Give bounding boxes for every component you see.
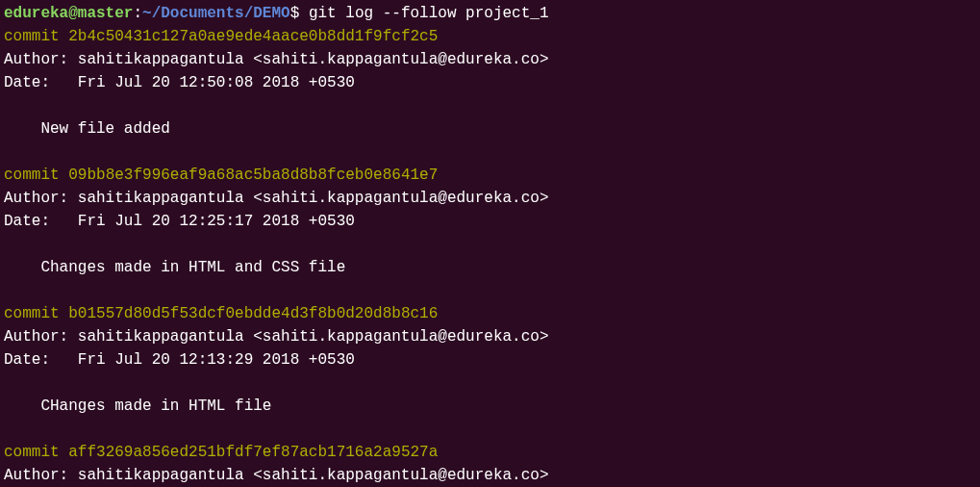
commit-label: commit [4, 167, 68, 184]
commit-hash: 09bb8e3f996eaf9a68ac5ba8d8b8fceb0e8641e7 [68, 167, 438, 184]
author-line: Author: sahitikappagantula <sahiti.kappa… [4, 464, 976, 487]
commit-hash: aff3269a856ed251bfdf7ef87acb1716a2a9527a [68, 444, 438, 461]
commit-message: Changes made in HTML and CSS file [4, 256, 976, 279]
commit-label: commit [4, 28, 68, 45]
blank-line [4, 372, 976, 395]
commit-label: commit [4, 444, 68, 461]
date-line: Date: Fri Jul 20 12:50:08 2018 +0530 [4, 71, 976, 94]
commit-line: commit b01557d80d5f53dcf0ebdde4d3f8b0d20… [4, 302, 976, 325]
prompt-user-host: edureka@master [4, 5, 133, 22]
blank-line [4, 279, 976, 302]
author-line: Author: sahitikappagantula <sahiti.kappa… [4, 187, 976, 210]
command-text [299, 5, 309, 22]
author-line: Author: sahitikappagantula <sahiti.kappa… [4, 325, 976, 348]
prompt-line: edureka@master:~/Documents/DEMO$ git log… [4, 2, 976, 25]
commit-message: CHanges made in HTML file [4, 395, 976, 418]
blank-line [4, 94, 976, 117]
blank-line [4, 233, 976, 256]
blank-line [4, 141, 976, 164]
blank-line [4, 418, 976, 441]
terminal-output[interactable]: edureka@master:~/Documents/DEMO$ git log… [4, 2, 976, 487]
commit-line: commit 09bb8e3f996eaf9a68ac5ba8d8b8fceb0… [4, 164, 976, 187]
commit-line: commit aff3269a856ed251bfdf7ef87acb1716a… [4, 441, 976, 464]
commit-hash: b01557d80d5f53dcf0ebdde4d3f8b0d20d8b8c16 [68, 305, 438, 322]
commit-message: New file added [4, 117, 976, 141]
command-text: git log --follow project_1 [309, 5, 549, 22]
prompt-dollar: $ [290, 5, 300, 22]
commit-label: commit [4, 305, 68, 322]
commit-hash: 2b4c50431c127a0ae9ede4aace0b8dd1f9fcf2c5 [68, 28, 438, 45]
date-line: Date: Fri Jul 20 12:25:17 2018 +0530 [4, 210, 976, 233]
author-line: Author: sahitikappagantula <sahiti.kappa… [4, 48, 976, 71]
commit-line: commit 2b4c50431c127a0ae9ede4aace0b8dd1f… [4, 25, 976, 48]
prompt-separator: : [133, 5, 142, 22]
prompt-path: ~/Documents/DEMO [142, 5, 290, 22]
date-line: Date: Fri Jul 20 12:13:29 2018 +0530 [4, 348, 976, 372]
